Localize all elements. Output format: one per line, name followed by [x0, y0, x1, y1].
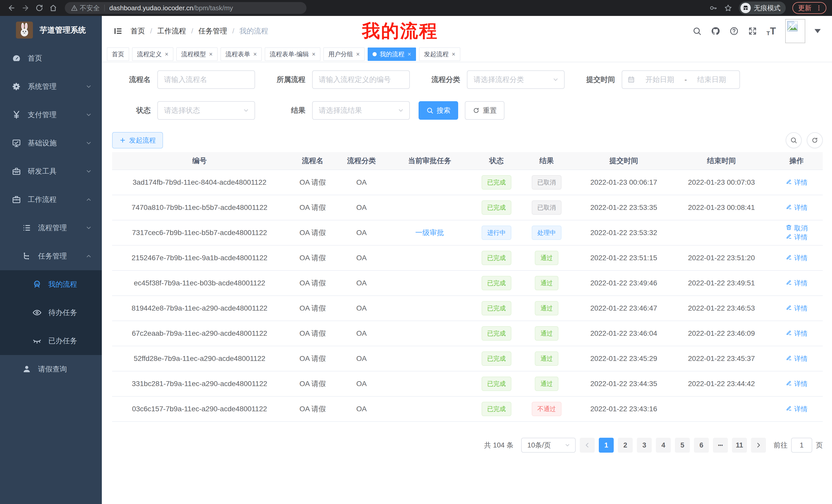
close-tab-icon[interactable]: × [253, 51, 257, 57]
breadcrumb-item[interactable]: 首页 [131, 26, 145, 36]
page-button[interactable]: 6 [694, 438, 709, 453]
prev-page-button[interactable] [580, 438, 595, 453]
avatar[interactable] [785, 19, 805, 43]
toggle-search-button[interactable] [786, 132, 802, 148]
action-label: 取消 [794, 224, 808, 233]
filter-name-label: 流程名 [112, 75, 151, 85]
detail-link[interactable]: 详情 [785, 354, 808, 363]
detail-link[interactable]: 详情 [785, 329, 808, 338]
tab-item[interactable]: 流程表单-编辑× [265, 48, 320, 61]
close-tab-icon[interactable]: × [408, 51, 411, 57]
cancel-link[interactable]: 取消 [785, 224, 808, 233]
tab-active[interactable]: 我的流程× [368, 48, 416, 61]
breadcrumb-separator: / [191, 27, 193, 35]
current-task-cell: 一级审批 [385, 228, 475, 237]
column-header: 结果 [518, 156, 575, 166]
process-definition-input[interactable] [312, 71, 410, 89]
sidebar-item[interactable]: 已办任务 [0, 327, 102, 355]
detail-link[interactable]: 详情 [785, 380, 808, 388]
close-tab-icon[interactable]: × [209, 51, 213, 57]
detail-link[interactable]: 详情 [785, 233, 808, 242]
close-tab-icon[interactable]: × [312, 51, 315, 57]
category-cell: OA [338, 304, 385, 312]
sidebar-item[interactable]: 研发工具 [0, 157, 102, 186]
search-icon[interactable] [693, 26, 702, 36]
app-logo[interactable]: 芋道管理系统 [0, 16, 102, 44]
close-tab-icon[interactable]: × [165, 51, 168, 57]
page-button[interactable]: 1 [599, 438, 614, 453]
plus-icon [119, 137, 126, 144]
page-size-select[interactable]: 10条/页 [521, 438, 576, 453]
sidebar-fold-icon[interactable] [113, 26, 123, 36]
forward-icon[interactable] [20, 2, 31, 14]
goto-page-input[interactable] [791, 438, 812, 453]
sidebar-item[interactable]: 流程管理 [0, 214, 102, 242]
page-button[interactable]: 5 [675, 438, 690, 453]
tab-item[interactable]: 流程模型× [176, 48, 217, 61]
more-pages-button[interactable]: ••• [713, 438, 728, 453]
avatar-caret-icon[interactable] [814, 29, 821, 33]
detail-link[interactable]: 详情 [785, 203, 808, 212]
detail-link[interactable]: 详情 [785, 178, 808, 187]
password-key-icon[interactable] [709, 4, 717, 12]
category-cell: OA [338, 279, 385, 287]
detail-link[interactable]: 详情 [785, 304, 808, 313]
sidebar-item[interactable]: 基础设施 [0, 129, 102, 157]
reset-button[interactable]: 重置 [465, 101, 504, 120]
tab-item[interactable]: 发起流程× [419, 48, 460, 61]
tab-item[interactable]: 流程表单× [220, 48, 262, 61]
tab-item[interactable]: 用户分组× [323, 48, 365, 61]
page-button[interactable]: 2 [618, 438, 633, 453]
page-button[interactable]: 11 [732, 438, 747, 453]
back-icon[interactable] [6, 2, 18, 14]
status-select[interactable]: 请选择状态 [157, 101, 255, 120]
address-bar[interactable]: 不安全 dashboard.yudao.iocoder.cn/bpm/task/… [65, 2, 307, 14]
tab-label: 发起流程 [424, 50, 449, 58]
breadcrumb-item[interactable]: 工作流程 [157, 26, 186, 36]
sidebar-item[interactable]: 任务管理 [0, 242, 102, 270]
detail-link[interactable]: 详情 [785, 404, 808, 414]
detail-link[interactable]: 详情 [785, 254, 808, 262]
category-select[interactable]: 请选择流程分类 [467, 71, 565, 89]
sidebar-item[interactable]: 待办任务 [0, 299, 102, 327]
submit-time-cell: 2022-01-22 23:53:32 [575, 229, 673, 237]
status-tag: 已完成 [482, 376, 511, 391]
refresh-icon [473, 107, 480, 114]
submit-time-range-picker[interactable]: 开始日期 - 结束日期 [622, 71, 740, 89]
update-button[interactable]: 更新 [792, 2, 826, 14]
sidebar-item[interactable]: 首页 [0, 44, 102, 73]
create-process-button[interactable]: 发起流程 [112, 132, 163, 148]
process-name-input[interactable] [157, 71, 255, 89]
process-name-cell: OA 请假 [287, 329, 338, 338]
bookmark-star-icon[interactable] [724, 4, 732, 12]
close-tab-icon[interactable]: × [452, 51, 455, 57]
help-icon[interactable] [729, 26, 739, 36]
refresh-table-button[interactable] [807, 132, 823, 148]
sidebar-item[interactable]: 请假查询 [0, 355, 102, 383]
calendar-icon [627, 76, 635, 83]
home-icon[interactable] [47, 2, 59, 14]
font-size-icon[interactable]: TT [766, 26, 776, 37]
sidebar-item[interactable]: 支付管理 [0, 101, 102, 129]
github-icon[interactable] [711, 26, 720, 36]
tab-item[interactable]: 首页 [107, 48, 129, 61]
sidebar-item[interactable]: 我的流程 [0, 270, 102, 299]
operations-cell: 详情 [770, 380, 823, 388]
close-tab-icon[interactable]: × [356, 51, 360, 57]
task-link[interactable]: 一级审批 [415, 229, 444, 236]
fullscreen-icon[interactable] [748, 26, 757, 36]
sidebar-item[interactable]: 系统管理 [0, 73, 102, 101]
breadcrumb-item[interactable]: 任务管理 [199, 26, 227, 36]
active-dot [372, 52, 377, 56]
search-button[interactable]: 搜索 [419, 101, 458, 120]
next-page-button[interactable] [751, 438, 766, 453]
tags-view: 首页流程定义×流程模型×流程表单×流程表单-编辑×用户分组×我的流程×发起流程× [102, 46, 832, 62]
page-button[interactable]: 3 [637, 438, 652, 453]
not-secure-warning-icon[interactable]: 不安全 [71, 4, 100, 12]
result-select[interactable]: 请选择流结果 [312, 101, 410, 120]
reload-icon[interactable] [33, 2, 45, 14]
tab-item[interactable]: 流程定义× [132, 48, 173, 61]
page-button[interactable]: 4 [656, 438, 671, 453]
sidebar-item[interactable]: 工作流程 [0, 186, 102, 214]
detail-link[interactable]: 详情 [785, 279, 808, 288]
